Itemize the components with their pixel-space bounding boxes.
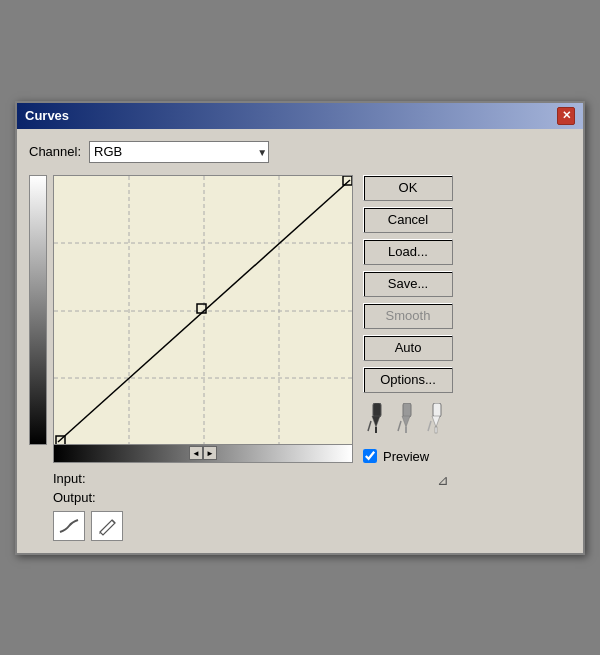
gray-eyedropper-icon [393, 403, 419, 435]
svg-line-22 [428, 421, 431, 431]
graph-area: ◄ ► Input: Output: [53, 175, 353, 541]
title-bar: Curves ✕ [17, 103, 583, 129]
close-button[interactable]: ✕ [557, 107, 575, 125]
cancel-button[interactable]: Cancel [363, 207, 453, 233]
arrow-right-button[interactable]: ► [203, 446, 217, 460]
svg-marker-16 [402, 416, 410, 427]
right-panel: OK Cancel Load... Save... Smooth Auto Op… [363, 175, 453, 490]
white-eyedropper-icon [423, 403, 449, 435]
preview-checkbox[interactable] [363, 449, 377, 463]
output-row: Output: [53, 490, 353, 505]
svg-line-10 [112, 520, 115, 523]
horizontal-gradient-bar: ◄ ► [53, 445, 353, 463]
svg-rect-15 [403, 403, 411, 417]
black-eyedropper-icon [363, 403, 389, 435]
black-eyedropper-button[interactable] [363, 403, 389, 435]
gray-eyedropper-button[interactable] [393, 403, 419, 435]
input-label: Input: [53, 471, 108, 486]
output-label: Output: [53, 490, 108, 505]
resize-icon[interactable]: ⊿ [437, 472, 449, 488]
svg-rect-13 [375, 427, 377, 433]
svg-rect-7 [197, 304, 206, 313]
curves-svg [54, 176, 353, 445]
channel-select[interactable]: RGB Red Green Blue [89, 141, 269, 163]
svg-rect-11 [373, 403, 381, 417]
curve-tool-button[interactable] [53, 511, 85, 541]
smooth-button[interactable]: Smooth [363, 303, 453, 329]
svg-rect-19 [433, 403, 441, 417]
arrow-left-button[interactable]: ◄ [189, 446, 203, 460]
curves-canvas[interactable] [53, 175, 353, 445]
auto-button[interactable]: Auto [363, 335, 453, 361]
svg-marker-20 [432, 416, 440, 427]
white-eyedropper-button[interactable] [423, 403, 449, 435]
vertical-gradient-bar [29, 175, 47, 445]
pencil-tool-button[interactable] [91, 511, 123, 541]
curve-tool-icon [58, 516, 80, 536]
gradient-arrows: ◄ ► [189, 446, 217, 460]
title-bar-text: Curves [25, 108, 69, 123]
preview-label: Preview [383, 449, 429, 464]
svg-rect-21 [435, 427, 437, 433]
input-row: Input: [53, 471, 353, 486]
svg-line-14 [368, 421, 371, 431]
resize-handle: ⊿ [363, 470, 453, 490]
channel-row: Channel: RGB Red Green Blue ▼ [29, 141, 571, 163]
channel-label: Channel: [29, 144, 81, 159]
left-panel: ◄ ► Input: Output: [29, 175, 353, 541]
save-button[interactable]: Save... [363, 271, 453, 297]
load-button[interactable]: Load... [363, 239, 453, 265]
preview-row: Preview [363, 449, 453, 464]
pencil-tool-icon [96, 516, 118, 536]
ok-button[interactable]: OK [363, 175, 453, 201]
eyedropper-row [363, 403, 453, 435]
svg-line-18 [398, 421, 401, 431]
svg-rect-9 [343, 176, 352, 185]
dialog-body: Channel: RGB Red Green Blue ▼ [17, 129, 583, 553]
channel-select-wrapper: RGB Red Green Blue ▼ [89, 141, 269, 163]
options-button[interactable]: Options... [363, 367, 453, 393]
input-output-section: Input: Output: [53, 471, 353, 505]
tool-row [53, 511, 353, 541]
curves-dialog: Curves ✕ Channel: RGB Red Green Blue ▼ [15, 101, 585, 555]
svg-rect-17 [405, 427, 407, 433]
svg-marker-12 [372, 416, 380, 427]
main-content: ◄ ► Input: Output: [29, 175, 571, 541]
